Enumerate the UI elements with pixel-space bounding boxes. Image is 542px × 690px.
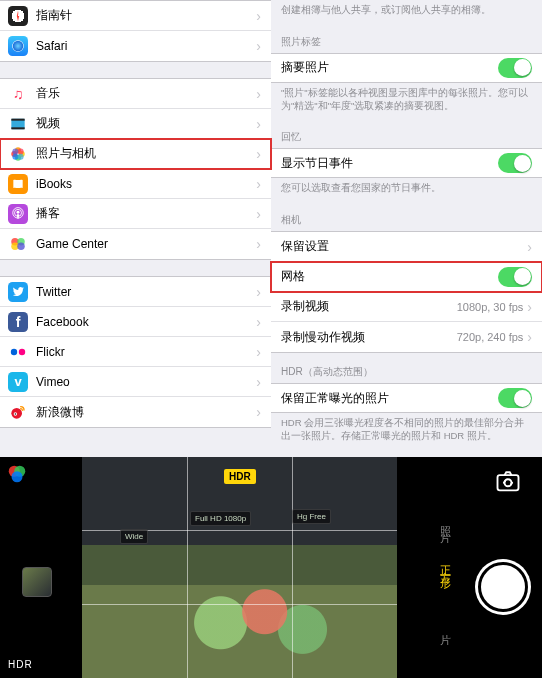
chevron-right-icon: › [256,237,261,251]
camera-right-bar: 照片 正方形 片 [397,457,542,678]
sidebar-group-3: Twitter›fFacebook›Flickr›vVimeo›新浪微博› [0,276,271,428]
svg-point-3 [13,41,24,52]
sidebar-item-music[interactable]: ♫音乐› [0,79,271,109]
sidebar-item-label: iBooks [36,177,256,191]
row-label: 录制慢动作视频 [281,329,457,346]
camera-mode-active[interactable]: 正方形 [438,557,453,575]
row-label: 摘要照片 [281,59,498,76]
row-label: 保留设置 [281,238,527,255]
sidebar-item-video[interactable]: 视频› [0,109,271,139]
sidebar-item-label: 新浪微博 [36,404,256,421]
grid-line [82,604,397,605]
camera-group: 保留设置 › 网格 录制视频 1080p, 30 fps › 录制慢动作视频 7… [271,231,542,353]
sidebar-item-gamecenter[interactable]: Game Center› [0,229,271,259]
sidebar-item-label: 照片与相机 [36,145,256,162]
sidebar-item-label: Twitter [36,285,256,299]
filters-icon[interactable] [6,463,28,485]
settings-split-view: 指南针›Safari› ♫音乐›视频›照片与相机›iBooks›播客›Game … [0,0,542,457]
chevron-right-icon: › [256,147,261,161]
sidebar-item-label: Vimeo [36,375,256,389]
compass-icon [8,6,28,26]
sidebar-item-label: 音乐 [36,85,256,102]
toggle-keep-normal[interactable] [498,388,532,408]
sidebar-group-2: ♫音乐›视频›照片与相机›iBooks›播客›Game Center› [0,78,271,260]
toggle-grid[interactable] [498,267,532,287]
shared-albums-note: 创建相簿与他人共享，或订阅他人共享的相簿。 [271,0,542,23]
row-label: 录制视频 [281,298,457,315]
grid-line [187,457,188,678]
weibo-icon [8,402,28,422]
sidebar-item-facebook[interactable]: fFacebook› [0,307,271,337]
sidebar-item-label: 视频 [36,115,256,132]
row-label: 网格 [281,268,498,285]
row-detail: 1080p, 30 fps [457,301,524,313]
section-header-photo-tags: 照片标签 [271,23,542,53]
camera-mode-option[interactable]: 片 [438,625,453,631]
vimeo-icon: v [8,372,28,392]
ibooks-icon [8,174,28,194]
twitter-icon [8,282,28,302]
chevron-right-icon: › [256,177,261,191]
video-icon [8,114,28,134]
music-icon: ♫ [8,84,28,104]
row-grid[interactable]: 网格 [271,262,542,292]
sidebar-item-weibo[interactable]: 新浪微博› [0,397,271,427]
sidebar-item-compass[interactable]: 指南针› [0,1,271,31]
sidebar-item-label: Facebook [36,315,256,329]
switch-camera-icon[interactable] [494,467,522,495]
svg-rect-7 [11,118,24,120]
sidebar-item-vimeo[interactable]: vVimeo› [0,367,271,397]
row-keep-normal-exposure[interactable]: 保留正常曝光的照片 [271,383,542,413]
grid-line [292,457,293,678]
chevron-right-icon: › [256,207,261,221]
chevron-right-icon: › [256,87,261,101]
sidebar-item-twitter[interactable]: Twitter› [0,277,271,307]
hdr-indicator[interactable]: HDR [8,659,33,670]
sidebar-item-podcast[interactable]: 播客› [0,199,271,229]
row-label: 显示节日事件 [281,155,498,172]
sidebar-group-1: 指南针›Safari› [0,0,271,62]
chevron-right-icon: › [256,117,261,131]
row-detail: 720p, 240 fps [457,331,524,343]
camera-mode-option[interactable]: 照片 [438,517,453,529]
section-header-hdr: HDR（高动态范围） [271,353,542,383]
svg-rect-8 [11,127,24,129]
svg-point-25 [19,348,25,354]
sidebar-item-photos[interactable]: 照片与相机› [0,139,271,169]
chevron-right-icon: › [256,345,261,359]
row-record-video[interactable]: 录制视频 1080p, 30 fps › [271,292,542,322]
chevron-right-icon: › [256,285,261,299]
last-photo-thumbnail[interactable] [22,567,52,597]
row-show-holidays[interactable]: 显示节日事件 [271,148,542,178]
section-header-camera: 相机 [271,201,542,231]
row-record-slomo[interactable]: 录制慢动作视频 720p, 240 fps › [271,322,542,352]
sidebar-item-label: 指南针 [36,7,256,24]
chevron-right-icon: › [256,9,261,23]
chevron-right-icon: › [256,39,261,53]
scene-text: Hg Free [292,509,331,524]
camera-left-bar: HDR [0,457,82,678]
sidebar-item-label: 播客 [36,205,256,222]
sidebar-item-ibooks[interactable]: iBooks› [0,169,271,199]
svg-point-24 [11,348,17,354]
holidays-note: 您可以选取查看您国家的节日事件。 [271,178,542,201]
sidebar-item-label: Safari [36,39,256,53]
svg-rect-32 [498,475,519,490]
sidebar-item-flickr[interactable]: Flickr› [0,337,271,367]
scene-text: Wide [120,529,148,544]
toggle-summary-photos[interactable] [498,58,532,78]
shutter-button[interactable] [478,562,528,612]
toggle-show-holidays[interactable] [498,153,532,173]
row-summary-photos[interactable]: 摘要照片 [271,53,542,83]
flickr-icon [8,342,28,362]
sidebar-item-label: Game Center [36,237,256,251]
chevron-right-icon: › [256,315,261,329]
row-keep-settings[interactable]: 保留设置 › [271,232,542,262]
sidebar-item-safari[interactable]: Safari› [0,31,271,61]
camera-viewfinder[interactable]: Full HD 1080p Hg Free Wide [82,457,397,678]
chevron-right-icon: › [256,375,261,389]
podcast-icon [8,204,28,224]
facebook-icon: f [8,312,28,332]
settings-detail: 创建相簿与他人共享，或订阅他人共享的相簿。 照片标签 摘要照片 "照片"标签能以… [271,0,542,457]
sidebar-item-label: Flickr [36,345,256,359]
